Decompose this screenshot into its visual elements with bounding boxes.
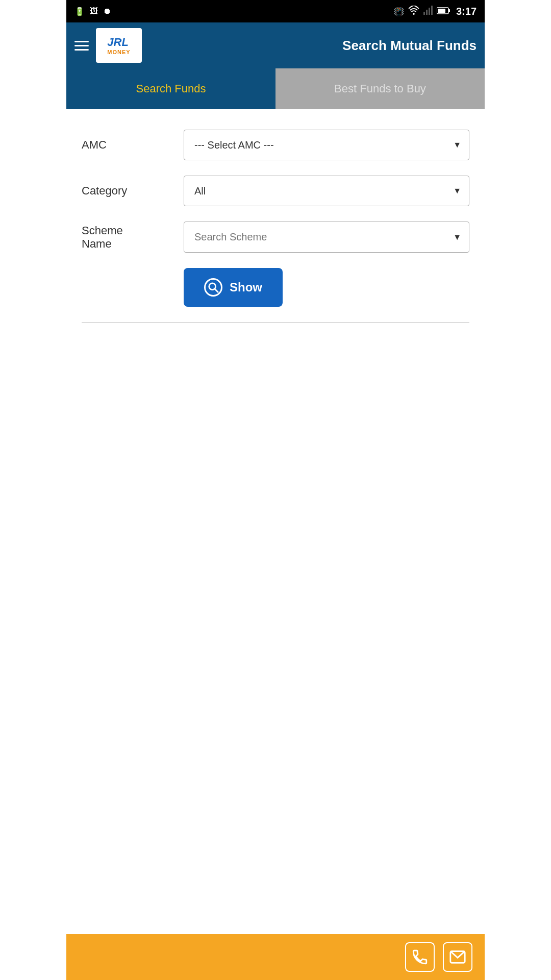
show-button[interactable]: Show: [184, 268, 283, 307]
category-label: Category: [82, 184, 184, 198]
scheme-search-wrapper: ▼: [184, 222, 469, 253]
page-title: Search Mutual Funds: [149, 38, 477, 54]
status-bar: 🔋 🖼 ⏺ 📳: [66, 0, 485, 22]
camera-icon: ⏺: [103, 7, 111, 16]
category-select-wrapper: All Equity Debt Hybrid Solution Oriented…: [184, 176, 469, 206]
tab-bar: Search Funds Best Funds to Buy: [66, 68, 485, 109]
call-button[interactable]: [405, 942, 435, 972]
amc-label: AMC: [82, 138, 184, 152]
category-select[interactable]: All Equity Debt Hybrid Solution Oriented…: [184, 176, 469, 206]
show-button-label: Show: [230, 280, 262, 295]
logo-jrl-text: JRL: [107, 36, 129, 49]
svg-rect-3: [429, 8, 430, 15]
app-header: JRL MONEY Search Mutual Funds: [66, 22, 485, 68]
category-row: Category All Equity Debt Hybrid Solution…: [82, 176, 469, 206]
signal-off-icon: [423, 6, 433, 17]
logo-money-text: MONEY: [107, 49, 130, 55]
section-divider: [82, 322, 469, 323]
amc-select-wrapper: --- Select AMC --- ▼: [184, 130, 469, 160]
wifi-icon: [408, 6, 419, 17]
app-logo: JRL MONEY: [96, 28, 142, 63]
scheme-name-input[interactable]: [184, 222, 469, 253]
svg-rect-4: [431, 6, 433, 15]
battery-icon: [437, 6, 450, 17]
amc-row: AMC --- Select AMC --- ▼: [82, 130, 469, 160]
svg-rect-1: [423, 12, 425, 15]
scheme-label-line2: Name: [82, 237, 184, 251]
vibrate-icon: 📳: [394, 7, 404, 16]
scheme-label-line1: Scheme: [82, 224, 184, 237]
status-icons-right: 📳 3:17: [394, 6, 477, 17]
tab-search-funds[interactable]: Search Funds: [66, 68, 276, 109]
time-display: 3:17: [456, 6, 477, 17]
search-form: AMC --- Select AMC --- ▼ Category All Eq…: [66, 109, 485, 980]
svg-rect-7: [438, 9, 445, 13]
email-button[interactable]: [443, 942, 472, 972]
svg-point-0: [413, 13, 415, 15]
tab-best-funds[interactable]: Best Funds to Buy: [276, 68, 485, 109]
image-icon: 🖼: [90, 7, 98, 16]
svg-line-9: [215, 289, 218, 292]
search-icon: [204, 278, 222, 297]
footer-bar: [66, 934, 485, 980]
status-icons-left: 🔋 🖼 ⏺: [74, 7, 111, 16]
scheme-label: Scheme Name: [82, 224, 184, 251]
battery-low-icon: 🔋: [74, 7, 85, 16]
menu-button[interactable]: [74, 41, 89, 51]
svg-rect-2: [426, 10, 428, 15]
svg-rect-6: [448, 9, 450, 12]
amc-select[interactable]: --- Select AMC ---: [184, 130, 469, 160]
scheme-name-row: Scheme Name ▼: [82, 222, 469, 253]
